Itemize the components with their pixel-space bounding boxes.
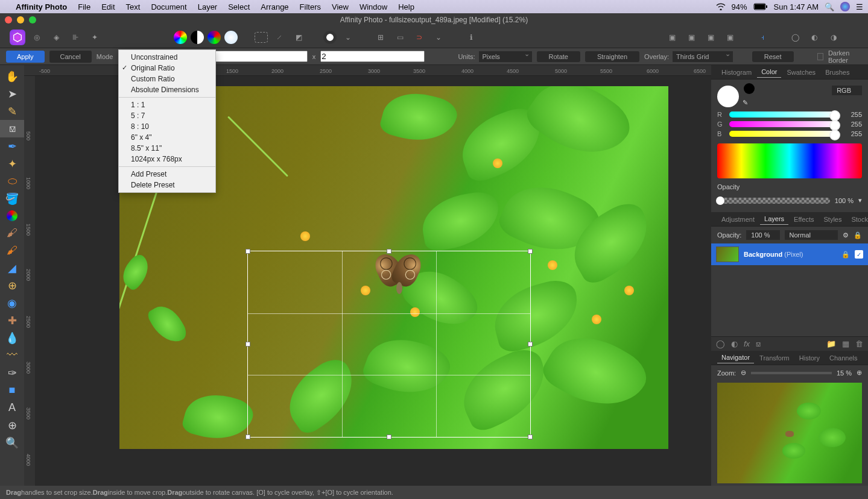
- spotlight-icon[interactable]: 🔍: [825, 2, 834, 11]
- rotate-button[interactable]: Rotate: [537, 51, 580, 62]
- ratio-1024x768[interactable]: 1024px x 768px: [119, 154, 215, 165]
- adjustment-icon[interactable]: ◐: [731, 339, 738, 348]
- menu-extras-icon[interactable]: ☰: [856, 2, 863, 11]
- crop-handle-se[interactable]: [528, 435, 533, 439]
- mode-original-ratio[interactable]: Original Ratio: [119, 63, 215, 74]
- clone-brush-icon[interactable]: ⊕: [0, 277, 24, 294]
- color-picker-icon[interactable]: ✎: [0, 102, 24, 120]
- snapping-toggle-icon[interactable]: ▭: [392, 30, 408, 45]
- chevron-down-icon[interactable]: ⌄: [340, 30, 356, 45]
- add-preset[interactable]: Add Preset: [119, 169, 215, 180]
- reset-button[interactable]: Reset: [752, 51, 794, 62]
- ratio-6x4[interactable]: 6" x 4": [119, 132, 215, 143]
- cancel-button[interactable]: Cancel: [49, 51, 92, 63]
- move-tool-icon[interactable]: ➤: [0, 85, 24, 102]
- units-select[interactable]: Pixels: [479, 51, 532, 62]
- text-tool-icon[interactable]: A: [0, 399, 24, 416]
- delete-preset[interactable]: Delete Preset: [119, 180, 215, 190]
- flood-fill-icon[interactable]: 🪣: [0, 190, 24, 207]
- layer-visible-checkbox[interactable]: ✓: [855, 250, 863, 259]
- crop-tool-icon[interactable]: ⟏: [0, 120, 24, 137]
- mask-icon[interactable]: ◯: [716, 339, 725, 348]
- mode-absolute-dims[interactable]: Absolute Dimensions: [119, 84, 215, 95]
- clock[interactable]: Sun 1:47 AM: [774, 2, 819, 11]
- ratio-1-1[interactable]: 1 : 1: [119, 99, 215, 110]
- pen-tool-icon[interactable]: ✑: [0, 364, 24, 381]
- delete-layer-icon[interactable]: 🗑: [855, 339, 863, 348]
- minimize-icon[interactable]: [17, 16, 24, 24]
- crop-height-input[interactable]: [320, 51, 425, 62]
- magnet-icon[interactable]: ⊃: [411, 30, 427, 45]
- menu-filters[interactable]: Filters: [300, 2, 321, 11]
- layer-opacity-input[interactable]: 100 %: [746, 230, 779, 240]
- persona-liquify-icon[interactable]: ◎: [29, 30, 45, 45]
- chevron-down-icon[interactable]: ⌄: [431, 30, 446, 45]
- app-menu[interactable]: Affinity Photo: [16, 2, 67, 11]
- g-slider[interactable]: [729, 121, 839, 127]
- paint-brush-icon[interactable]: 🖌: [0, 224, 24, 242]
- crop-width-input[interactable]: [203, 51, 308, 62]
- assistant-icon[interactable]: ℹ: [463, 30, 479, 45]
- align-icon[interactable]: ⫞: [755, 30, 770, 45]
- zoom-tool-icon[interactable]: 🔍: [0, 434, 24, 451]
- mode-custom-ratio[interactable]: Custom Ratio: [119, 74, 215, 84]
- ratio-85x11[interactable]: 8.5" x 11": [119, 143, 215, 154]
- menu-arrange[interactable]: Arrange: [261, 2, 288, 11]
- hand-tool-icon[interactable]: ✋: [0, 67, 24, 85]
- overlay-select[interactable]: Thirds Grid: [673, 51, 733, 62]
- traffic-lights[interactable]: [5, 16, 36, 24]
- stamp-tool-icon[interactable]: ◉: [0, 294, 24, 312]
- crop-handle-n[interactable]: [387, 249, 391, 254]
- menu-window[interactable]: Window: [360, 2, 387, 11]
- tab-layers[interactable]: Layers: [760, 213, 788, 225]
- tab-styles[interactable]: Styles: [820, 214, 846, 225]
- arrange-front-icon[interactable]: ▣: [722, 30, 738, 45]
- selection-marquee-icon[interactable]: [255, 32, 268, 43]
- tab-color[interactable]: Color: [757, 66, 781, 78]
- eyedropper-icon[interactable]: ✎: [743, 99, 748, 107]
- tab-histogram[interactable]: Histogram: [717, 67, 756, 78]
- menu-file[interactable]: File: [78, 2, 90, 11]
- selection-deselect-icon[interactable]: ⟋: [271, 30, 287, 45]
- crop-handle-w[interactable]: [246, 342, 250, 347]
- straighten-button[interactable]: Straighten: [585, 51, 639, 62]
- boolean-add-icon[interactable]: ◯: [787, 30, 803, 45]
- tab-adjustment[interactable]: Adjustment: [717, 214, 759, 225]
- apply-button[interactable]: Apply: [6, 51, 45, 63]
- ratio-8-10[interactable]: 8 : 10: [119, 121, 215, 132]
- group-icon[interactable]: 📁: [826, 339, 836, 348]
- tab-swatches[interactable]: Swatches: [782, 67, 820, 78]
- ratio-5-7[interactable]: 5 : 7: [119, 110, 215, 121]
- auto-wb-icon[interactable]: [224, 31, 238, 44]
- marquee-tool-icon[interactable]: ⬭: [0, 172, 24, 190]
- blend-mode-select[interactable]: Normal: [785, 230, 838, 240]
- gear-icon[interactable]: ⚙: [843, 231, 849, 239]
- rectangle-tool-icon[interactable]: ■: [0, 381, 24, 399]
- menu-select[interactable]: Select: [228, 2, 250, 11]
- smudge-tool-icon[interactable]: 〰: [0, 347, 24, 364]
- close-icon[interactable]: [5, 16, 12, 24]
- arrange-backward-icon[interactable]: ▣: [683, 30, 699, 45]
- selection-brush-icon[interactable]: ✒: [0, 137, 24, 155]
- auto-contrast-icon[interactable]: [191, 31, 204, 44]
- auto-colors-icon[interactable]: [207, 31, 221, 44]
- add-layer-icon[interactable]: ▦: [842, 339, 849, 348]
- color-spectrum[interactable]: [717, 143, 862, 178]
- boolean-subtract-icon[interactable]: ◐: [806, 30, 822, 45]
- tab-effects[interactable]: Effects: [790, 214, 818, 225]
- menu-help[interactable]: Help: [398, 2, 414, 11]
- tab-history[interactable]: History: [795, 353, 824, 363]
- persona-export-icon[interactable]: ✦: [87, 30, 103, 45]
- mesh-tool-icon[interactable]: ⊕: [0, 416, 24, 434]
- r-slider[interactable]: [729, 111, 839, 118]
- tab-transform[interactable]: Transform: [755, 353, 794, 363]
- menu-edit[interactable]: Edit: [101, 2, 115, 11]
- tab-navigator[interactable]: Navigator: [717, 352, 754, 363]
- menu-view[interactable]: View: [332, 2, 349, 11]
- maximize-icon[interactable]: [29, 16, 36, 24]
- tab-stock[interactable]: Stock: [847, 214, 868, 225]
- wifi-icon[interactable]: [716, 3, 726, 10]
- crop-overlay[interactable]: [247, 251, 531, 438]
- tab-channels[interactable]: Channels: [825, 353, 861, 363]
- layer-row[interactable]: Background (Pixel) 🔒 ✓: [711, 243, 868, 265]
